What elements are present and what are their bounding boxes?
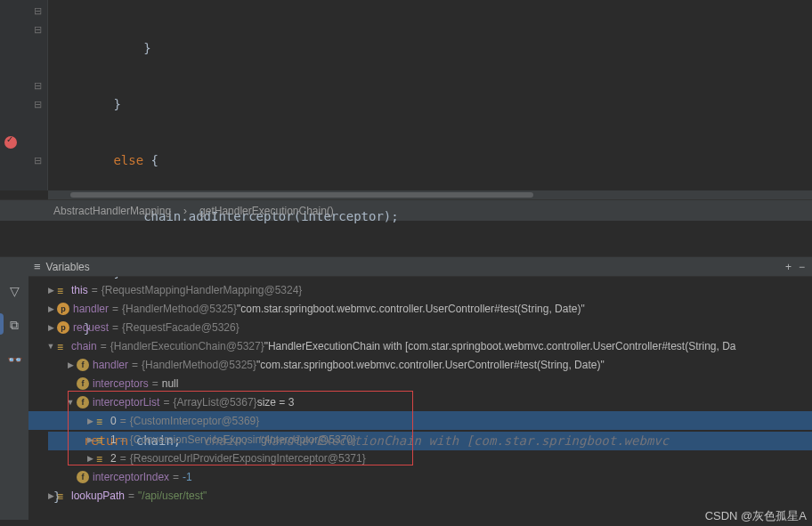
variables-tree[interactable]: this={RequestMappingHandlerMapping@5324}… <box>28 277 812 520</box>
field-icon: f <box>77 471 89 483</box>
breadcrumb-method[interactable]: getHandlerExecutionChain() <box>199 205 334 217</box>
fold-marker[interactable]: ⊟ <box>34 24 42 36</box>
object-icon <box>57 490 68 501</box>
fold-marker[interactable]: ⊟ <box>34 155 42 166</box>
var-list-item-2[interactable]: 2={ResourceUrlProviderExposingIntercepto… <box>28 449 812 467</box>
object-icon <box>96 453 107 464</box>
var-interceptorlist[interactable]: f interceptorList={ArrayList@5367} size … <box>28 392 812 411</box>
breakpoint-icon[interactable] <box>4 136 17 149</box>
watermark: CSDN @灰色孤星A <box>705 508 807 524</box>
var-lookuppath[interactable]: lookupPath="/api/user/test" <box>28 486 812 505</box>
fold-marker[interactable]: ⊟ <box>34 5 42 17</box>
var-list-item-1[interactable]: 1={ConversionServiceExposingInterceptor@… <box>28 430 812 449</box>
copy-icon[interactable]: ⧉ <box>10 318 19 333</box>
var-this[interactable]: this={RequestMappingHandlerMapping@5324} <box>28 280 812 299</box>
object-icon <box>96 416 107 426</box>
horizontal-scrollbar[interactable] <box>48 190 812 199</box>
var-chain[interactable]: chain={HandlerExecutionChain@5327} "Hand… <box>28 336 812 355</box>
fold-marker[interactable]: ⊟ <box>34 80 42 92</box>
param-icon: p <box>57 303 69 315</box>
var-chain-handler[interactable]: f handler={HandlerMethod@5325} "com.star… <box>28 355 812 374</box>
debug-panel: ▽ ⧉ 👓 ≡ Variables + − this={RequestMappi… <box>0 256 812 520</box>
var-list-item-0[interactable]: 0={CustomInterceptor@5369} <box>28 411 812 430</box>
var-handler[interactable]: p handler={HandlerMethod@5325} "com.star… <box>28 299 812 318</box>
object-icon <box>96 434 107 445</box>
side-tab[interactable]: ller) <box>0 313 4 335</box>
object-icon <box>57 341 68 352</box>
field-icon: f <box>77 377 89 390</box>
editor-area: ⊟ ⊟ ⊟ ⊟ ⊟ } } else { chain.addIntercepto… <box>0 0 812 190</box>
variables-title: Variables <box>46 261 90 273</box>
remove-icon[interactable]: − <box>799 261 805 273</box>
menu-icon[interactable]: ≡ <box>34 260 41 273</box>
chevron-right-icon: › <box>183 205 187 217</box>
field-icon: f <box>77 359 89 371</box>
fold-marker[interactable]: ⊟ <box>34 99 42 110</box>
code-editor[interactable]: } } else { chain.addInterceptor(intercep… <box>48 0 812 190</box>
add-icon[interactable]: + <box>785 261 792 273</box>
var-interceptors[interactable]: f interceptors=null <box>28 374 812 392</box>
param-icon: p <box>57 321 69 334</box>
glasses-icon[interactable]: 👓 <box>7 352 22 367</box>
var-interceptorindex[interactable]: f interceptorIndex=-1 <box>28 467 812 486</box>
variables-header: ≡ Variables + − <box>28 257 812 277</box>
field-icon: f <box>77 396 89 409</box>
object-icon <box>57 285 68 295</box>
editor-gutter: ⊟ ⊟ ⊟ ⊟ ⊟ <box>0 0 48 190</box>
debug-toolbar: ▽ ⧉ 👓 <box>0 257 28 520</box>
filter-icon[interactable]: ▽ <box>10 284 20 298</box>
var-request[interactable]: p request={RequestFacade@5326} <box>28 318 812 336</box>
variables-panel: ≡ Variables + − this={RequestMappingHand… <box>28 257 812 520</box>
breadcrumb-class[interactable]: AbstractHandlerMapping <box>53 205 171 217</box>
